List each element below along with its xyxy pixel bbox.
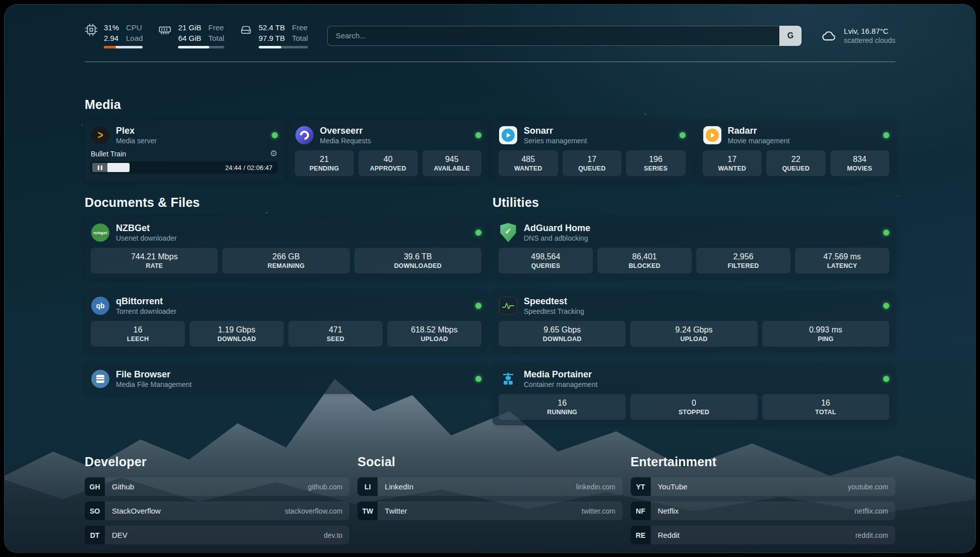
media-cards: > Plex Media server Bullet Train 24:44 /… [85, 120, 895, 182]
utilities-column: Utilities ✓ AdGuard Home DNS and adblock… [493, 195, 895, 425]
search-engine-button[interactable]: G [779, 26, 802, 46]
memory-widget: 21 GiB 64 GiB Free Total [158, 23, 224, 48]
filebrowser-icon [91, 369, 110, 388]
bookmark-link[interactable]: DT DEV dev.to [85, 526, 349, 544]
stat-box: 0.993 ms PING [762, 321, 889, 347]
service-name: Speedtest [524, 296, 584, 306]
stats-row: 16 RUNNING 0 STOPPED 16 TOTAL [499, 394, 889, 420]
plex-card[interactable]: > Plex Media server Bullet Train 24:44 /… [85, 120, 284, 182]
stat-label: PENDING [297, 165, 352, 173]
bookmark-main: Github github.com [105, 477, 349, 496]
stat-value: 196 [628, 154, 684, 164]
stat-value: 39.6 TB [356, 252, 479, 261]
stat-box: 47.569 ms LATENCY [795, 248, 889, 273]
cpu-load-value: 2.94 [104, 33, 119, 43]
stat-box: 22 QUEUED [766, 150, 826, 176]
dashboard-content: 31% 2.94 CPU Load [85, 5, 895, 553]
bookmark-link[interactable]: YT YouTube youtube.com [631, 477, 895, 496]
pause-bar [101, 165, 102, 170]
service-card-header: Overseerr Media Requests [295, 126, 482, 145]
bookmark-abbr: LI [357, 477, 378, 496]
stat-label: AVAILABLE [424, 165, 480, 173]
now-playing-title: Bullet Train [91, 150, 126, 158]
stat-value: 16 [764, 398, 887, 408]
stat-value: 834 [832, 154, 888, 164]
memory-progress-bar [178, 46, 224, 48]
bookmark-link[interactable]: LI LinkedIn linkedin.com [357, 477, 622, 496]
media-portainer-card[interactable]: Media Portainer Container management 16 … [493, 364, 895, 425]
adguard-icon: ✓ [499, 223, 518, 242]
stat-value: 0 [632, 398, 755, 408]
search-input[interactable] [327, 26, 779, 46]
service-card-header: nzbget NZBGet Usenet downloader [91, 223, 481, 242]
pause-button[interactable] [92, 163, 107, 172]
stat-label: UPLOAD [389, 336, 479, 343]
service-subtitle: Movie management [728, 137, 790, 145]
bookmark-link[interactable]: RE Reddit reddit.com [631, 526, 895, 544]
service-card-header: Speedtest Speedtest Tracking [499, 296, 889, 315]
speedtest-card[interactable]: Speedtest Speedtest Tracking 9.65 Gbps D… [493, 291, 895, 352]
bookmark-name: Github [112, 482, 134, 491]
service-card-header: qb qBittorrent Torrent downloader [91, 296, 481, 315]
documents-column: Documents & Files nzbget NZBGet Usenet d… [85, 195, 487, 425]
stat-box: 498,564 QUERIES [499, 248, 593, 273]
section-title-documents: Documents & Files [85, 195, 487, 209]
bookmark-list: YT YouTube youtube.com NF Netflix netfli… [631, 477, 895, 544]
bookmark-link[interactable]: TW Twitter twitter.com [357, 502, 622, 520]
bookmark-list: LI LinkedIn linkedin.com TW Twitter twit… [357, 477, 622, 520]
stat-label: DOWNLOADED [356, 262, 479, 270]
service-titles: AdGuard Home DNS and adblocking [524, 223, 590, 242]
service-titles: Speedtest Speedtest Tracking [524, 296, 584, 315]
bookmark-group: Entertainment YT YouTube youtube.com NF … [631, 455, 895, 544]
gear-icon[interactable] [270, 149, 277, 158]
playback-bar[interactable]: 24:44 / 02:06:47 [91, 161, 278, 174]
sonarr-card[interactable]: Sonarr Series management 485 WANTED 17 Q… [493, 120, 692, 182]
bookmark-link[interactable]: GH Github github.com [85, 477, 349, 496]
service-name: qBittorrent [116, 296, 176, 306]
disk-free-value: 52.4 TB [259, 23, 285, 32]
stat-value: 40 [360, 154, 416, 164]
stat-value: 1.19 Gbps [192, 325, 282, 335]
status-dot [272, 132, 278, 138]
bookmark-url: twitter.com [582, 507, 616, 515]
bookmarks-section: Developer GH Github github.com SO StackO… [85, 455, 895, 553]
stat-box: 40 APPROVED [358, 150, 418, 176]
cpu-labels: CPU Load [126, 23, 143, 43]
bookmark-link[interactable]: SO StackOverflow stackoverflow.com [85, 502, 349, 520]
bookmark-main: Twitter twitter.com [378, 502, 622, 520]
disk-labels: Free Total [292, 23, 308, 43]
stat-value: 0.993 ms [764, 325, 887, 335]
bookmark-url: stackoverflow.com [285, 507, 342, 515]
stats-row: 744.21 Mbps RATE 266 GB REMAINING 39.6 T… [91, 248, 481, 273]
stat-value: 21 [297, 154, 352, 164]
weather-widget: Lviv, 16.87°C scattered clouds [821, 27, 895, 44]
stat-label: LEECH [93, 336, 183, 343]
stat-label: DOWNLOAD [192, 336, 282, 343]
memory-free-value: 21 GiB [178, 23, 201, 32]
stat-value: 9.24 Gbps [632, 325, 755, 335]
adguard-home-card[interactable]: ✓ AdGuard Home DNS and adblocking 498,56… [493, 217, 895, 279]
nzbget-card[interactable]: nzbget NZBGet Usenet downloader 744.21 M… [85, 217, 487, 279]
file-browser-card[interactable]: File Browser Media File Management [85, 364, 487, 394]
radarr-card[interactable]: Radarr Movie management 17 WANTED 22 QUE… [697, 120, 896, 182]
stat-label: QUEUED [768, 165, 824, 173]
documents-cards: nzbget NZBGet Usenet downloader 744.21 M… [85, 217, 487, 394]
disk-progress-bar [259, 46, 308, 48]
stat-value: 86,401 [599, 252, 690, 261]
qbittorrent-card[interactable]: qb qBittorrent Torrent downloader 16 LEE… [85, 291, 487, 352]
plex-icon: > [91, 126, 110, 145]
stat-label: QUERIES [501, 262, 591, 270]
stat-label: PING [764, 336, 887, 343]
stat-value: 17 [565, 154, 620, 164]
bookmark-link[interactable]: NF Netflix netflix.com [631, 502, 895, 520]
stat-label: SEED [290, 336, 381, 343]
stats-row: 17 WANTED 22 QUEUED 834 MOVIES [703, 150, 890, 176]
service-card-header: > Plex Media server [91, 126, 278, 145]
stat-label: UPLOAD [632, 336, 755, 343]
overseerr-card[interactable]: Overseerr Media Requests 21 PENDING 40 A… [289, 120, 488, 182]
system-widgets: 31% 2.94 CPU Load [85, 23, 308, 48]
stats-row: 9.65 Gbps DOWNLOAD 9.24 Gbps UPLOAD 0.99… [499, 321, 889, 347]
status-dot [475, 132, 481, 138]
memory-values: 21 GiB 64 GiB [178, 23, 201, 43]
stat-label: WANTED [705, 165, 760, 173]
